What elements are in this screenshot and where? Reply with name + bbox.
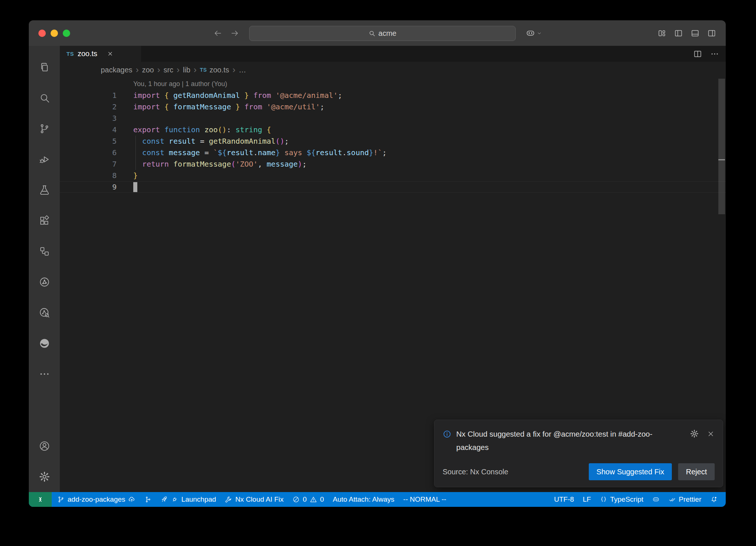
breadcrumb-label: … bbox=[239, 66, 246, 74]
forward-arrow-icon[interactable] bbox=[230, 29, 239, 38]
prettier-item[interactable]: Prettier bbox=[664, 492, 706, 507]
line-number: 9 bbox=[60, 182, 117, 192]
line-number: 2 bbox=[60, 101, 117, 113]
edge-browser-icon[interactable] bbox=[29, 328, 60, 359]
code-line-8[interactable]: 8} bbox=[60, 170, 726, 181]
breadcrumb-item--[interactable]: … bbox=[239, 66, 246, 74]
line-content: import { getRandomAnimal } from '@acme/a… bbox=[117, 90, 342, 101]
code-line-3[interactable]: 3 bbox=[60, 113, 726, 124]
breadcrumb-label: src bbox=[164, 66, 173, 74]
status-label: Launchpad bbox=[181, 495, 216, 504]
customize-layout-icon[interactable] bbox=[657, 29, 666, 38]
copilot-menu[interactable] bbox=[526, 20, 542, 46]
line-content bbox=[117, 113, 133, 124]
code-line-4[interactable]: 4export function zoo(): string { bbox=[60, 124, 726, 136]
toggle-panel-icon[interactable] bbox=[691, 29, 700, 38]
split-editor-icon[interactable] bbox=[693, 50, 702, 58]
nx-flow-icon[interactable] bbox=[29, 236, 60, 267]
info-icon bbox=[443, 430, 451, 438]
breadcrumb-item-src[interactable]: src bbox=[164, 66, 173, 74]
launchpad-item[interactable]: Launchpad bbox=[156, 492, 220, 507]
toggle-primary-sidebar-icon[interactable] bbox=[674, 29, 683, 38]
remote-indicator[interactable] bbox=[29, 492, 52, 507]
git-graph-item[interactable] bbox=[140, 492, 156, 507]
warnings-icon bbox=[310, 496, 317, 503]
notification-toast: Nx Cloud suggested a fix for @acme/zoo:t… bbox=[434, 420, 723, 487]
git-blame-annotation: You, 1 hour ago | 1 author (You) bbox=[133, 79, 726, 90]
command-center-search[interactable]: acme bbox=[249, 26, 516, 41]
status-label: LF bbox=[583, 495, 591, 504]
copilot-icon bbox=[652, 496, 660, 503]
breadcrumb-item-packages[interactable]: packages bbox=[101, 66, 133, 74]
language-item[interactable]: TypeScript bbox=[595, 492, 648, 507]
accounts-icon[interactable] bbox=[29, 431, 60, 461]
breadcrumb-item-lib[interactable]: lib bbox=[183, 66, 190, 74]
settings-gear-icon[interactable] bbox=[29, 461, 60, 492]
activity-bar bbox=[29, 46, 60, 492]
more-views-icon[interactable] bbox=[29, 359, 60, 389]
encoding-item[interactable]: UTF-8 bbox=[550, 492, 578, 507]
code-line-7[interactable]: 7 return formatMessage('ZOO', message); bbox=[60, 158, 726, 170]
code-line-5[interactable]: 5 const result = getRandomAnimal(); bbox=[60, 136, 726, 147]
auto-attach-item[interactable]: Auto Attach: Always bbox=[328, 492, 399, 507]
line-number: 1 bbox=[60, 90, 117, 101]
status-label: -- NORMAL -- bbox=[403, 495, 446, 504]
line-number: 3 bbox=[60, 113, 117, 124]
code-view[interactable]: 1import { getRandomAnimal } from '@acme/… bbox=[60, 90, 726, 193]
explorer-icon[interactable] bbox=[29, 52, 60, 83]
nx-cloud-ai-fix-item[interactable]: Nx Cloud AI Fix bbox=[220, 492, 288, 507]
tab-strip: TS zoo.ts bbox=[60, 46, 726, 62]
back-arrow-icon[interactable] bbox=[213, 29, 222, 38]
nx-console-icon[interactable] bbox=[29, 267, 60, 297]
notification-settings-gear-icon[interactable] bbox=[690, 429, 699, 438]
breadcrumb-item-zoo[interactable]: zoo bbox=[142, 66, 154, 74]
code-line-9[interactable]: 9 bbox=[60, 181, 726, 193]
breadcrumb-label: zoo bbox=[142, 66, 154, 74]
extensions-icon[interactable] bbox=[29, 205, 60, 236]
vscode-window: acme TS zoo.ts bbox=[29, 20, 726, 507]
toggle-secondary-sidebar-icon[interactable] bbox=[707, 29, 716, 38]
breadcrumb-item-zoo-ts[interactable]: TSzoo.ts bbox=[200, 66, 229, 74]
close-window-button[interactable] bbox=[38, 30, 46, 37]
zoom-window-button[interactable] bbox=[63, 30, 70, 37]
errors-icon bbox=[292, 496, 300, 503]
breadcrumb-label: lib bbox=[183, 66, 190, 74]
notifications-item[interactable] bbox=[706, 492, 722, 507]
search-icon[interactable] bbox=[29, 83, 60, 113]
overview-cursor-marker bbox=[718, 159, 725, 160]
run-debug-icon[interactable] bbox=[29, 144, 60, 175]
search-value: acme bbox=[378, 29, 396, 38]
testing-icon[interactable] bbox=[29, 175, 60, 205]
status-label: UTF-8 bbox=[554, 495, 574, 504]
more-actions-icon[interactable] bbox=[710, 50, 719, 58]
nx-cloud-icon[interactable] bbox=[29, 297, 60, 328]
status-label: 0 bbox=[320, 495, 324, 504]
code-line-1[interactable]: 1import { getRandomAnimal } from '@acme/… bbox=[60, 90, 726, 101]
breadcrumb: packages›zoo›src›lib›TSzoo.ts›… bbox=[60, 62, 726, 78]
source-control-icon[interactable] bbox=[29, 113, 60, 144]
branch-item[interactable]: add-zoo-packages bbox=[53, 492, 140, 507]
traffic-lights bbox=[38, 30, 70, 37]
copilot-item[interactable] bbox=[648, 492, 664, 507]
tab-close-icon[interactable] bbox=[107, 51, 113, 57]
minimize-window-button[interactable] bbox=[51, 30, 58, 37]
show-suggested-fix-button[interactable]: Show Suggested Fix bbox=[589, 463, 672, 480]
breadcrumb-chevron-icon: › bbox=[136, 65, 139, 74]
tab-zoo-ts[interactable]: TS zoo.ts bbox=[60, 46, 141, 62]
code-line-6[interactable]: 6 const message = `${result.name} says $… bbox=[60, 147, 726, 158]
notification-close-icon[interactable] bbox=[707, 430, 715, 438]
line-content: } bbox=[117, 170, 138, 181]
vim-mode-item[interactable]: -- NORMAL -- bbox=[399, 492, 450, 507]
typescript-file-icon: TS bbox=[200, 67, 207, 73]
line-number: 6 bbox=[60, 147, 117, 158]
search-icon bbox=[368, 30, 375, 37]
eol-item[interactable]: LF bbox=[578, 492, 595, 507]
problems-item[interactable]: 00 bbox=[288, 492, 328, 507]
line-number: 5 bbox=[60, 136, 117, 147]
code-line-2[interactable]: 2import { formatMessage } from '@acme/ut… bbox=[60, 101, 726, 113]
reject-button[interactable]: Reject bbox=[678, 463, 715, 480]
scrollbar-thumb[interactable] bbox=[718, 79, 725, 214]
line-content: const result = getRandomAnimal(); bbox=[117, 136, 289, 147]
status-label: Nx Cloud AI Fix bbox=[235, 495, 284, 504]
copilot-icon bbox=[526, 28, 535, 38]
